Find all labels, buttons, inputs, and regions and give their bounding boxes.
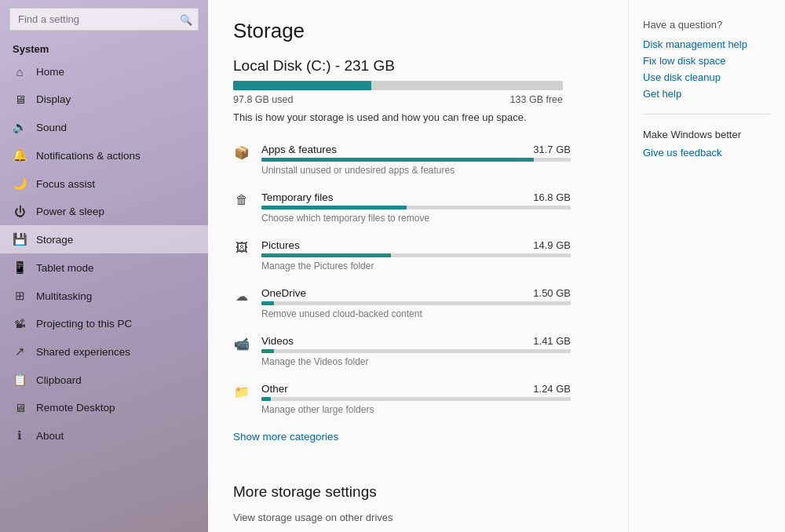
sidebar-item-clipboard[interactable]: 📋 Clipboard [0, 366, 208, 394]
storage-name-4: Videos [261, 335, 294, 347]
shared-exp-icon: ↗ [13, 344, 27, 359]
sidebar-item-about[interactable]: ℹ About [0, 421, 208, 450]
storage-icon-5: 📁 [233, 384, 250, 399]
right-panel-link-3[interactable]: Get help [643, 88, 771, 100]
page-title: Storage [233, 19, 603, 43]
storage-desc-4: Manage the Videos folder [261, 356, 571, 367]
more-storage-title: More storage settings [233, 483, 603, 501]
sidebar-item-focus-assist[interactable]: 🌙 Focus assist [0, 169, 208, 198]
sidebar-item-label-projecting: Projecting to this PC [36, 318, 195, 330]
storage-name-5: Other [261, 383, 288, 395]
sidebar-item-display[interactable]: 🖥 Display [0, 86, 208, 113]
disk-used-label: 97.8 GB used [233, 94, 293, 105]
sidebar-item-label-display: Display [36, 93, 195, 105]
storage-header-4: Videos 1.41 GB [261, 335, 571, 347]
sidebar-item-tablet-mode[interactable]: 📱 Tablet mode [0, 253, 208, 282]
storage-bar-fill-5 [261, 397, 271, 401]
storage-size-3: 1.50 GB [533, 287, 571, 299]
sidebar-item-label-notifications: Notifications & actions [36, 150, 195, 162]
sidebar-item-sound[interactable]: 🔊 Sound [0, 113, 208, 141]
storage-info-1: Temporary files 16.8 GB Choose which tem… [261, 191, 571, 224]
sidebar-item-label-power-sleep: Power & sleep [36, 206, 195, 217]
disk-bar-container [233, 81, 563, 90]
storage-bar-fill-1 [261, 206, 407, 210]
disk-section: Local Disk (C:) - 231 GB 97.8 GB used 13… [233, 57, 603, 465]
storage-bar-0 [261, 158, 571, 162]
search-container: 🔍 [9, 8, 199, 31]
storage-icon-2: 🖼 [233, 241, 250, 255]
multitasking-icon: ⊞ [13, 289, 27, 303]
disk-bar-fill [233, 81, 371, 90]
storage-item-0[interactable]: 📦 Apps & features 31.7 GB Uninstall unus… [233, 136, 571, 184]
power-sleep-icon: ⏻ [13, 205, 27, 218]
storage-bar-fill-3 [261, 301, 274, 305]
storage-bar-fill-4 [261, 349, 274, 353]
right-panel-link-0[interactable]: Disk management help [643, 38, 771, 50]
storage-item-4[interactable]: 📹 Videos 1.41 GB Manage the Videos folde… [233, 327, 571, 375]
storage-info-2: Pictures 14.9 GB Manage the Pictures fol… [261, 239, 571, 271]
storage-icon: 💾 [13, 232, 27, 246]
sidebar-item-label-remote-desktop: Remote Desktop [36, 402, 195, 414]
clipboard-icon: 📋 [13, 373, 27, 387]
storage-header-1: Temporary files 16.8 GB [261, 191, 571, 203]
storage-bar-3 [261, 301, 571, 305]
storage-name-0: Apps & features [261, 144, 337, 155]
sidebar-item-label-clipboard: Clipboard [36, 374, 195, 386]
display-icon: 🖥 [13, 93, 27, 106]
storage-item-3[interactable]: ☁ OneDrive 1.50 GB Remove unused cloud-b… [233, 279, 571, 327]
storage-size-2: 14.9 GB [533, 239, 571, 251]
remote-desktop-icon: 🖥 [13, 401, 27, 414]
storage-item-2[interactable]: 🖼 Pictures 14.9 GB Manage the Pictures f… [233, 231, 571, 279]
right-panel-question: Have a question? [643, 19, 771, 31]
storage-name-3: OneDrive [261, 287, 306, 299]
storage-bar-fill-0 [261, 158, 534, 162]
storage-header-0: Apps & features 31.7 GB [261, 144, 571, 155]
storage-size-0: 31.7 GB [533, 144, 571, 155]
disk-stats: 97.8 GB used 133 GB free [233, 94, 563, 105]
storage-name-1: Temporary files [261, 191, 334, 203]
storage-size-1: 16.8 GB [533, 191, 571, 203]
right-panel-link-2[interactable]: Use disk cleanup [643, 71, 771, 83]
notifications-icon: 🔔 [13, 148, 27, 162]
sidebar-item-projecting[interactable]: 📽 Projecting to this PC [0, 310, 208, 337]
sidebar-item-label-sound: Sound [36, 122, 195, 133]
search-input[interactable] [9, 8, 199, 31]
sidebar: 🔍 System ⌂ Home 🖥 Display 🔊 Sound 🔔 Noti… [0, 0, 208, 532]
storage-header-5: Other 1.24 GB [261, 383, 571, 395]
storage-bar-fill-2 [261, 253, 391, 257]
right-panel-link-1[interactable]: Fix low disk space [643, 55, 771, 67]
sidebar-item-multitasking[interactable]: ⊞ Multitasking [0, 282, 208, 310]
tablet-mode-icon: 📱 [13, 261, 27, 275]
storage-desc-0: Uninstall unused or undesired apps & fea… [261, 165, 571, 176]
sidebar-items: ⌂ Home 🖥 Display 🔊 Sound 🔔 Notifications… [0, 58, 208, 450]
sound-icon: 🔊 [13, 120, 27, 134]
storage-item-5[interactable]: 📁 Other 1.24 GB Manage other large folde… [233, 375, 571, 423]
more-storage-section: More storage settings View storage usage… [233, 483, 603, 532]
sidebar-item-label-home: Home [36, 66, 195, 78]
storage-info-3: OneDrive 1.50 GB Remove unused cloud-bac… [261, 287, 571, 319]
main-content: Storage Local Disk (C:) - 231 GB 97.8 GB… [208, 0, 628, 532]
storage-item-1[interactable]: 🗑 Temporary files 16.8 GB Choose which t… [233, 184, 571, 231]
sidebar-item-label-storage: Storage [36, 234, 195, 246]
storage-bar-5 [261, 397, 571, 401]
sidebar-item-shared-exp[interactable]: ↗ Shared experiences [0, 337, 208, 366]
storage-info-0: Apps & features 31.7 GB Uninstall unused… [261, 144, 571, 176]
sidebar-item-label-tablet-mode: Tablet mode [36, 262, 195, 274]
search-icon: 🔍 [180, 13, 192, 25]
sidebar-item-remote-desktop[interactable]: 🖥 Remote Desktop [0, 394, 208, 421]
show-more-link[interactable]: Show more categories [233, 431, 338, 443]
feedback-link[interactable]: Give us feedback [643, 147, 771, 159]
storage-icon-4: 📹 [233, 337, 250, 352]
storage-size-4: 1.41 GB [533, 335, 571, 347]
sidebar-item-notifications[interactable]: 🔔 Notifications & actions [0, 141, 208, 169]
sidebar-item-home[interactable]: ⌂ Home [0, 58, 208, 86]
home-icon: ⌂ [13, 65, 27, 78]
sidebar-section-label: System [0, 37, 208, 58]
more-storage-desc: View storage usage on other drives [233, 512, 603, 523]
storage-bar-4 [261, 349, 571, 353]
storage-info-4: Videos 1.41 GB Manage the Videos folder [261, 335, 571, 367]
sidebar-item-label-multitasking: Multitasking [36, 290, 195, 302]
sidebar-item-power-sleep[interactable]: ⏻ Power & sleep [0, 198, 208, 225]
disk-free-label: 133 GB free [510, 94, 563, 105]
sidebar-item-storage[interactable]: 💾 Storage [0, 225, 208, 253]
